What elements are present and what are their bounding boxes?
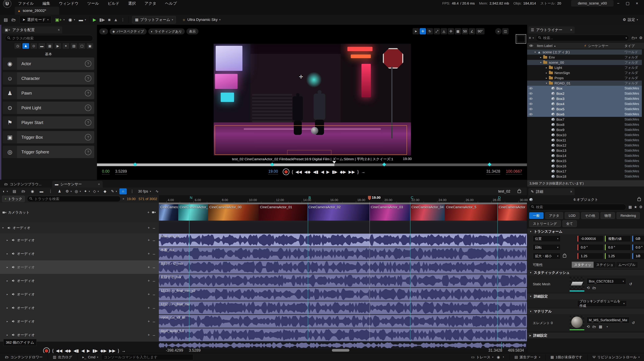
material-thumbnail[interactable]	[570, 316, 584, 330]
content-browser-icon[interactable]: 🗁	[12, 17, 16, 22]
transport-next-key-button[interactable]: ◆▶	[100, 348, 107, 353]
browse-icon[interactable]: 🗁	[20, 188, 27, 194]
static-mesh-section-header[interactable]: ▼スタティックメッシュ	[527, 270, 644, 276]
outliner-search-input[interactable]: 検索... ▾	[536, 35, 629, 41]
expander-icon[interactable]: ▸	[7, 306, 8, 309]
transport-jump-end-button[interactable]: ▶▶	[109, 348, 115, 353]
audio-lane-0[interactable]: final_mix_atl	[159, 233, 527, 247]
filter-chip-一般[interactable]: 一般	[529, 212, 544, 219]
camera-cuts-track-row[interactable]: カメラカット+	[0, 202, 159, 222]
expander-icon[interactable]: ▸	[7, 293, 8, 296]
audio-lane-7[interactable]: day4_audio_full	[159, 328, 527, 342]
audio-clip-final_mix_atl[interactable]: final_mix_atl	[159, 234, 527, 246]
checker-icon[interactable]: ▩	[599, 324, 602, 329]
expander-icon[interactable]: ▸	[7, 266, 8, 269]
scrub-playhead[interactable]	[332, 161, 336, 164]
settings-dropdown[interactable]: ⚙ 設定 ▾	[620, 16, 641, 24]
scrub-keyframe-3[interactable]	[488, 162, 492, 166]
transport-next-key-button[interactable]: ◆▶	[340, 170, 346, 174]
transport-bracket-out-button[interactable]: }	[118, 348, 119, 353]
sky-dropdown[interactable]: ☼ Ultra Dynamic Sky ▾	[180, 16, 223, 24]
details-search-input[interactable]: 検索	[529, 204, 626, 210]
mobility-0[interactable]: スタティッ	[572, 262, 594, 268]
add-icon[interactable]: +	[148, 319, 150, 324]
transport-step-back-button[interactable]: ◀▮	[74, 348, 79, 353]
transport-loop-button[interactable]: →	[361, 170, 365, 174]
help-icon[interactable]: ?	[85, 149, 91, 155]
sequencer-tab[interactable]: ▬ シーケンサー ×	[52, 181, 103, 188]
select-tool-icon[interactable]: ➤	[412, 28, 419, 34]
add-section-icon[interactable]: +	[147, 210, 150, 214]
transport-play-button[interactable]: ▶	[87, 348, 90, 353]
outliner-row-Box15[interactable]: Box15StaticMes	[527, 158, 642, 164]
use-selected-icon[interactable]: ⟲	[587, 286, 590, 290]
visibility-eye-icon[interactable]	[529, 86, 533, 90]
angle-snap-value[interactable]: 90°	[476, 28, 484, 34]
view-range-start[interactable]: -398.4299	[166, 348, 183, 354]
grid-snap-value[interactable]: 50	[462, 28, 468, 34]
unreal-logo-icon[interactable]: U	[3, 0, 11, 8]
scale-lock-icon[interactable]	[563, 255, 566, 258]
details-settings-gear-icon[interactable]: ⚙	[639, 205, 642, 209]
lock-icon[interactable]	[638, 198, 641, 201]
outliner-row-Box12[interactable]: Box12StaticMes	[527, 143, 642, 148]
outliner-row-Box16[interactable]: Box16StaticMes	[527, 164, 642, 169]
transport-play-reverse-button[interactable]: ◀	[81, 348, 84, 353]
mobility-1[interactable]: ステイショ	[594, 262, 616, 268]
help-icon[interactable]: ?	[85, 119, 91, 126]
filter-chip-Rendering[interactable]: Rendering	[616, 212, 640, 219]
outliner-row-Box17[interactable]: Box17StaticMes	[527, 169, 642, 174]
visibility-eye-icon[interactable]	[529, 97, 533, 101]
camera-clip-8[interactable]: CineCameraActor	[498, 204, 527, 220]
audio-parent-track-row[interactable]: ▾オーディオ+↔	[0, 222, 159, 234]
outliner-row-Box7[interactable]: Box7StaticMes	[527, 117, 642, 122]
outliner-row-Box4[interactable]: Box4StaticMes	[527, 101, 642, 107]
eye-column-icon[interactable]	[529, 44, 533, 48]
wrench-icon[interactable]: ⚙▾	[65, 188, 72, 194]
stop-button[interactable]: ■	[108, 17, 111, 22]
filter-chip-その他[interactable]: その他	[581, 212, 599, 219]
place-actors-tab[interactable]: ▣+ アクタを配置 ×	[2, 26, 62, 34]
add-icon[interactable]: +	[148, 278, 150, 283]
expand-range-icon[interactable]: ↔	[152, 306, 156, 310]
camera-speed-icon[interactable]: »	[495, 28, 502, 34]
derived-data-dropdown[interactable]: ▤ 派生データ▾	[514, 355, 540, 360]
place-item-pawn[interactable]: ♟Pawn?	[3, 87, 94, 99]
audio-clip-day4_audio_full[interactable]: day4_audio_full	[159, 328, 527, 341]
add-icon[interactable]: +	[148, 306, 150, 310]
mobility-2[interactable]: ムーバブル	[616, 262, 638, 268]
content-browser-tab[interactable]: 🗁 コンテンツブラウ...	[2, 181, 56, 188]
sequencer-ruler[interactable]: 4.006.008.0010.0012.0014.0016.0018.0020.…	[159, 195, 527, 203]
save-icon[interactable]: ▤	[11, 188, 18, 194]
quad-view-icon[interactable]: ◫	[502, 28, 508, 34]
value-y[interactable]: 0.0 °	[605, 244, 631, 250]
filter-chip-アクタ[interactable]: アクタ	[545, 212, 563, 219]
outliner-row-Light[interactable]: ▸Lightフォルダ	[527, 65, 642, 70]
platforms-dropdown[interactable]: ▦ プラットフォーム ▾	[132, 16, 176, 24]
place-item-character[interactable]: ☺Character?	[3, 72, 94, 84]
value-z[interactable]: 0.0 °	[632, 244, 644, 250]
minimize-button[interactable]: −	[614, 1, 623, 6]
new-folder-icon[interactable]: 🗀+	[631, 36, 637, 40]
close-icon[interactable]: ×	[58, 28, 60, 32]
audio-child-track-row-3[interactable]: ▸オーディオ+↔	[0, 274, 159, 288]
transport-step-forward-button[interactable]: ▮▶	[92, 348, 98, 353]
play-options-kebab-icon[interactable]: ⋮	[121, 18, 124, 22]
visibility-icon[interactable]: ◎▾	[74, 188, 82, 194]
expander-icon[interactable]: ▸	[546, 76, 547, 80]
reset-icon[interactable]: ↺	[629, 282, 632, 286]
level-viewport[interactable]: ✛ ≡ ◈ パースペクティブ ◐ ライティングあり 表示 ➤ ✛ ↻ ⤢ ◬ ✣…	[97, 25, 527, 180]
key-options-icon[interactable]: ✦▾	[83, 188, 90, 194]
audio-child-track-row-1[interactable]: ▸オーディオ+↔	[0, 247, 159, 260]
place-item-trigger-box[interactable]: ▣Trigger Box?	[3, 131, 94, 144]
add-icon[interactable]: +	[148, 292, 150, 296]
range-end[interactable]: 31.3428	[486, 169, 500, 174]
expander-icon[interactable]: ▸	[7, 279, 8, 282]
filter-chip-ストリーミング[interactable]: ストリーミング	[529, 220, 561, 227]
track-search-input[interactable]: トラックを検索	[27, 196, 120, 202]
close-button[interactable]: ×	[632, 1, 642, 6]
save-icon[interactable]: ▤	[4, 17, 8, 22]
outliner-row-ROAD_01[interactable]: ▾ROAD_01フォルダ	[527, 80, 642, 86]
move-tool-icon[interactable]: ✛	[420, 28, 426, 34]
outliner-row-Box2[interactable]: Box2StaticMes	[527, 91, 642, 96]
